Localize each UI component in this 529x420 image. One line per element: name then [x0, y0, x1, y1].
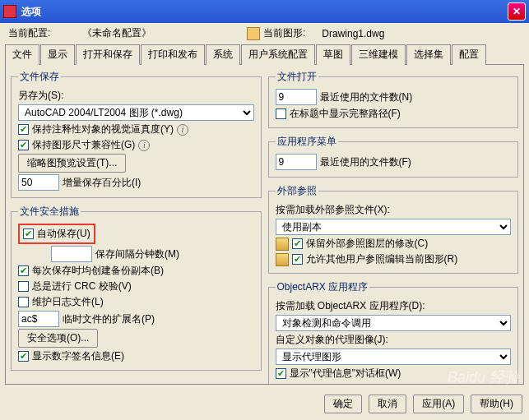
- current-config-value: 《未命名配置》: [82, 26, 247, 40]
- tab-profile[interactable]: 配置: [452, 44, 486, 65]
- window-title: 选项: [21, 5, 508, 19]
- inc-input[interactable]: [18, 174, 59, 191]
- config-row: 当前配置: 《未命名配置》 当前图形: Drawing1.dwg: [0, 23, 529, 42]
- chk-annot[interactable]: [18, 124, 29, 135]
- tab-plot[interactable]: 打印和发布: [141, 44, 205, 65]
- current-config-label: 当前配置:: [8, 26, 82, 40]
- footer: 确定 取消 应用(A) 帮助(H): [0, 390, 529, 420]
- tab-system[interactable]: 系统: [206, 44, 240, 65]
- group-file-save: 文件保存 另存为(S): AutoCAD 2004/LT2004 图形 (*.d…: [11, 70, 262, 198]
- group-file-open: 文件打开 最近使用的文件数(N) 在标题中显示完整路径(F): [268, 70, 519, 128]
- xref-icon: [276, 238, 289, 251]
- lbl-size: 保持图形尺寸兼容性(G): [32, 138, 135, 152]
- apply-button[interactable]: 应用(A): [413, 395, 464, 413]
- lbl-log: 维护日志文件(L): [32, 295, 104, 309]
- titlebar: 选项 ✕: [0, 0, 529, 23]
- proxy-label: 自定义对象的代理图像(J):: [276, 333, 388, 347]
- arx-load-select[interactable]: 对象检测和命令调用: [276, 315, 512, 331]
- xref-icon: [276, 253, 289, 266]
- autosave-highlight: 自动保存(U): [18, 224, 95, 244]
- cancel-button[interactable]: 取消: [369, 395, 406, 413]
- tab-file[interactable]: 文件: [5, 44, 39, 65]
- thumb-button[interactable]: 缩略图预览设置(T)...: [18, 154, 126, 173]
- saveas-label: 另存为(S):: [18, 89, 63, 103]
- xref-load-select[interactable]: 使用副本: [276, 219, 512, 235]
- tab-panel: 文件保存 另存为(S): AutoCAD 2004/LT2004 图形 (*.d…: [5, 64, 524, 385]
- ext-input[interactable]: [18, 311, 59, 327]
- lbl-annot: 保持注释性对象的视觉逼真度(Y): [32, 122, 174, 136]
- chk-crc[interactable]: [18, 281, 29, 292]
- saveas-select[interactable]: AutoCAD 2004/LT2004 图形 (*.dwg): [18, 104, 254, 121]
- chk-proxydlg[interactable]: [276, 368, 286, 379]
- legend-file-security: 文件安全措施: [18, 205, 81, 219]
- lbl-keeplayer: 保留外部参照图层的修改(C): [306, 237, 429, 251]
- group-xref: 外部参照 按需加载外部参照文件(X): 使用副本 保留外部参照图层的修改(C) …: [268, 184, 519, 274]
- app-icon: [3, 5, 16, 18]
- xref-load-label: 按需加载外部参照文件(X):: [276, 203, 390, 217]
- chk-allowedit[interactable]: [292, 254, 303, 265]
- tab-draft[interactable]: 草图: [316, 44, 350, 65]
- lbl-backup: 每次保存时均创建备份副本(B): [32, 264, 164, 278]
- legend-file-open: 文件打开: [276, 70, 318, 84]
- tab-select[interactable]: 选择集: [406, 44, 451, 65]
- recent-input[interactable]: [276, 89, 317, 105]
- ok-button[interactable]: 确定: [324, 395, 362, 413]
- legend-xref: 外部参照: [276, 184, 318, 198]
- chk-sig[interactable]: [18, 351, 29, 362]
- group-file-security: 文件安全措施 自动保存(U) 保存间隔分钟数(M) 每次保存时均创建备份副本(B…: [11, 205, 262, 371]
- chk-keeplayer[interactable]: [292, 238, 303, 249]
- ext-label: 临时文件的扩展名(P): [63, 312, 155, 326]
- chk-size[interactable]: [18, 140, 29, 150]
- security-button[interactable]: 安全选项(O)...: [18, 329, 98, 348]
- legend-file-save: 文件保存: [18, 70, 61, 84]
- interval-label: 保存间隔分钟数(M): [95, 247, 179, 261]
- arx-load-label: 按需加载 ObjectARX 应用程序(D):: [276, 299, 425, 313]
- help-button[interactable]: 帮助(H): [471, 395, 522, 413]
- info-icon[interactable]: i: [138, 140, 150, 151]
- info-icon[interactable]: i: [177, 124, 188, 136]
- legend-arx: ObjectARX 应用程序: [276, 280, 370, 294]
- chk-log[interactable]: [18, 297, 29, 307]
- lbl-autosave: 自动保存(U): [37, 227, 90, 241]
- recent-label: 最近使用的文件数(N): [320, 90, 413, 104]
- tab-3d[interactable]: 三维建模: [351, 44, 406, 65]
- lbl-proxydlg: 显示"代理信息"对话框(W): [290, 367, 401, 381]
- current-drawing-label: 当前图形:: [263, 26, 305, 40]
- close-button[interactable]: ✕: [508, 2, 526, 21]
- lbl-allowedit: 允许其他用户参照编辑当前图形(R): [306, 252, 458, 266]
- chk-backup[interactable]: [18, 265, 29, 276]
- tab-display[interactable]: 显示: [40, 44, 75, 65]
- interval-input[interactable]: [51, 246, 92, 262]
- tab-strip: 文件 显示 打开和保存 打印和发布 系统 用户系统配置 草图 三维建模 选择集 …: [0, 42, 529, 64]
- dwg-icon: [247, 27, 260, 40]
- lbl-fullpath: 在标题中显示完整路径(F): [290, 107, 401, 121]
- current-drawing-value: Drawing1.dwg: [322, 28, 384, 39]
- tab-open-save[interactable]: 打开和保存: [76, 44, 140, 65]
- chk-autosave[interactable]: [23, 228, 34, 239]
- appmenu-recent-label: 最近使用的文件数(F): [320, 155, 411, 169]
- proxy-select[interactable]: 显示代理图形: [276, 348, 512, 365]
- group-arx: ObjectARX 应用程序 按需加载 ObjectARX 应用程序(D): 对…: [268, 280, 519, 385]
- chk-fullpath[interactable]: [276, 108, 286, 119]
- appmenu-recent-input[interactable]: [276, 154, 317, 170]
- lbl-sig: 显示数字签名信息(E): [32, 349, 124, 363]
- inc-label: 增量保存百分比(I): [63, 176, 141, 190]
- lbl-crc: 总是进行 CRC 校验(V): [32, 279, 132, 293]
- legend-app-menu: 应用程序菜单: [276, 135, 338, 149]
- group-app-menu: 应用程序菜单 最近使用的文件数(F): [268, 135, 519, 178]
- tab-userpref[interactable]: 用户系统配置: [241, 44, 315, 65]
